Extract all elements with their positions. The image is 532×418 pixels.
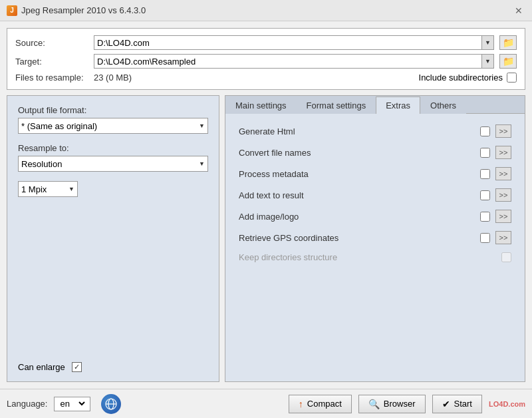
files-row: Files to resample: 23 (0 MB) Include sub… (15, 73, 517, 83)
mpix-section: 1 Mpix 2 Mpix 3 Mpix 4 Mpix 5 Mpix ▼ (18, 181, 208, 197)
source-folder-button[interactable]: 📁 (499, 35, 517, 50)
compact-icon: ↑ (299, 399, 303, 409)
tab-others[interactable]: Others (420, 97, 466, 114)
extras-row-keep-dirs: Keep directories structure (239, 252, 511, 262)
generate-html-label: Generate Html (239, 126, 475, 136)
gps-more-button[interactable]: >> (495, 231, 511, 244)
main-content: Source: ▼ 📁 Target: ▼ 📁 Files to resampl… (0, 21, 532, 389)
add-image-more-button[interactable]: >> (495, 210, 511, 223)
close-button[interactable]: ✕ (512, 4, 525, 17)
compact-button[interactable]: ↑ Compact (289, 395, 352, 413)
format-select[interactable]: * (Same as original) (21, 121, 199, 131)
source-combo[interactable]: ▼ (94, 35, 494, 50)
extras-row-gps: Retrieve GPS coordinates >> (239, 231, 511, 244)
mpix-select-box[interactable]: 1 Mpix 2 Mpix 3 Mpix 4 Mpix 5 Mpix ▼ (18, 181, 78, 197)
format-select-box[interactable]: * (Same as original) ▼ (18, 118, 208, 134)
add-image-label: Add image/logo (239, 212, 475, 222)
process-metadata-checkbox[interactable] (480, 169, 490, 179)
resample-select-box[interactable]: Resolution Width Height Fit inside Fit o… (18, 156, 208, 172)
generate-html-checkbox[interactable] (480, 126, 490, 136)
browser-button[interactable]: 🔍 Browser (358, 395, 426, 413)
include-sub-checkbox[interactable] (507, 73, 517, 83)
bottom-area: Output file format: * (Same as original)… (7, 95, 525, 382)
tab-format-settings[interactable]: Format settings (297, 97, 376, 114)
mpix-arrow-icon: ▼ (68, 186, 74, 192)
files-count: 23 (0 MB) (94, 73, 147, 83)
globe-icon (105, 398, 117, 410)
resample-section: Resample to: Resolution Width Height Fit… (18, 143, 208, 172)
format-section: Output file format: * (Same as original)… (18, 105, 208, 134)
source-label: Source: (15, 38, 88, 48)
add-text-label: Add text to result (239, 190, 475, 200)
convert-file-names-label: Convert file names (239, 148, 475, 158)
include-sub-label: Include subdirectories (419, 73, 503, 83)
can-enlarge-checkbox[interactable]: ✓ (72, 362, 82, 372)
can-enlarge-label: Can enlarge (18, 362, 65, 372)
right-panel: Main settings Format settings Extras Oth… (225, 95, 525, 382)
format-label: Output file format: (18, 105, 208, 115)
left-panel: Output file format: * (Same as original)… (7, 95, 219, 382)
extras-row-process-metadata: Process metadata >> (239, 167, 511, 180)
extras-row-add-image: Add image/logo >> (239, 210, 511, 223)
extras-row-generate-html: Generate Html >> (239, 124, 511, 138)
app-icon: J (7, 5, 17, 16)
language-select-box[interactable]: en (54, 397, 90, 411)
keep-dirs-label: Keep directories structure (239, 252, 496, 262)
target-dropdown-arrow[interactable]: ▼ (481, 55, 493, 68)
resample-arrow-icon: ▼ (199, 160, 205, 167)
add-text-checkbox[interactable] (480, 190, 490, 200)
process-metadata-more-button[interactable]: >> (495, 167, 511, 180)
source-input[interactable] (94, 36, 481, 49)
include-subdirectories-row: Include subdirectories (419, 73, 517, 83)
gps-checkbox[interactable] (480, 233, 490, 243)
start-label: Start (454, 399, 472, 409)
language-label: Language: (7, 399, 47, 409)
start-icon: ✔ (442, 399, 450, 409)
format-arrow-icon: ▼ (199, 122, 205, 129)
extras-tab-content: Generate Html >> Convert file names >> P… (225, 114, 525, 381)
top-panel: Source: ▼ 📁 Target: ▼ 📁 Files to resampl… (7, 28, 525, 90)
watermark: LO4D.com (489, 400, 525, 408)
source-dropdown-arrow[interactable]: ▼ (481, 36, 493, 49)
resample-label: Resample to: (18, 143, 208, 153)
target-folder-button[interactable]: 📁 (499, 54, 517, 69)
convert-file-names-more-button[interactable]: >> (495, 146, 511, 159)
compact-label: Compact (307, 399, 342, 409)
gps-label: Retrieve GPS coordinates (239, 233, 475, 243)
start-button[interactable]: ✔ Start (432, 395, 482, 413)
add-text-more-button[interactable]: >> (495, 188, 511, 202)
source-row: Source: ▼ 📁 (15, 35, 517, 50)
can-enlarge-row: Can enlarge ✓ (18, 362, 208, 372)
globe-button[interactable] (101, 394, 121, 414)
convert-file-names-checkbox[interactable] (480, 148, 490, 158)
tabs-bar: Main settings Format settings Extras Oth… (225, 96, 525, 114)
files-label: Files to resample: (15, 73, 88, 83)
mpix-select[interactable]: 1 Mpix 2 Mpix 3 Mpix 4 Mpix 5 Mpix (21, 184, 68, 194)
generate-html-more-button[interactable]: >> (495, 124, 511, 138)
tab-main-settings[interactable]: Main settings (225, 97, 297, 114)
target-combo[interactable]: ▼ (94, 54, 494, 69)
tab-extras[interactable]: Extras (376, 97, 420, 114)
process-metadata-label: Process metadata (239, 169, 475, 179)
target-row: Target: ▼ 📁 (15, 54, 517, 69)
footer: Language: en ↑ Compact 🔍 Browser ✔ Start… (0, 389, 532, 418)
keep-dirs-checkbox (501, 252, 511, 262)
title-bar: J Jpeg Resampler 2010 vs 6.4.3.0 ✕ (0, 0, 532, 21)
browser-icon: 🔍 (368, 399, 380, 409)
browser-label: Browser (384, 399, 416, 409)
add-image-checkbox[interactable] (480, 212, 490, 222)
language-select[interactable]: en (57, 398, 87, 409)
window-title: Jpeg Resampler 2010 vs 6.4.3.0 (21, 5, 146, 15)
extras-row-add-text: Add text to result >> (239, 188, 511, 202)
target-input[interactable] (94, 55, 481, 68)
resample-select[interactable]: Resolution Width Height Fit inside Fit o… (21, 159, 199, 169)
target-label: Target: (15, 57, 88, 67)
extras-row-convert-file-names: Convert file names >> (239, 146, 511, 159)
